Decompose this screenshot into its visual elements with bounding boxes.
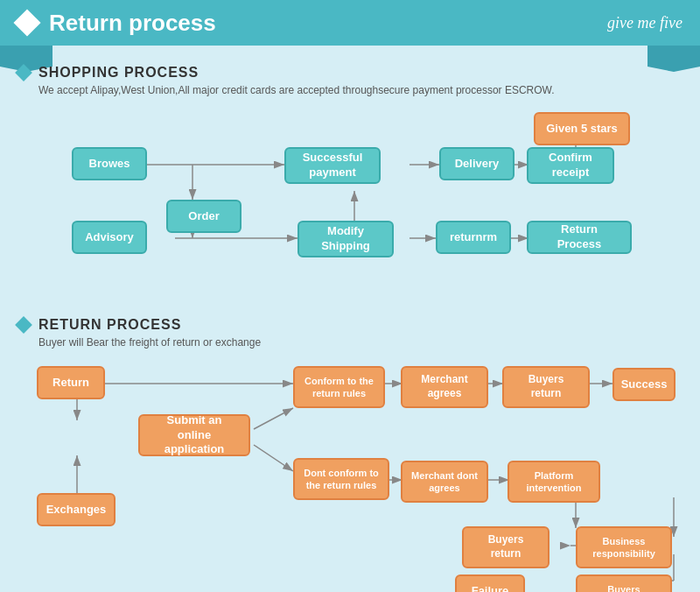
- box-return-process: Return Process: [527, 221, 632, 254]
- return-desc: Buyer will Bear the freight of return or…: [38, 336, 682, 349]
- box-returnrm: returnrm: [436, 221, 511, 254]
- box-return: Return: [37, 366, 105, 399]
- shopping-title: SHOPPING PROCESS: [38, 65, 199, 81]
- return-section-header: RETURN PROCESS: [18, 317, 682, 333]
- shopping-diamond: [15, 64, 32, 81]
- box-merchant-dont: Merchant dont agrees: [401, 461, 488, 503]
- box-failure: Failure: [455, 574, 525, 592]
- return-flow: Return Submit an online application Exch…: [18, 357, 682, 592]
- box-merchant-agrees: Merchant agrees: [401, 366, 488, 408]
- shopping-flow: Given 5 stars Browes Successful payment …: [18, 105, 682, 315]
- page-title: Return process: [49, 10, 216, 37]
- box-exchanges: Exchanges: [37, 493, 116, 526]
- brand-logo: give me five: [607, 14, 682, 32]
- box-order: Order: [166, 200, 242, 233]
- box-conform-return: Conform to the return rules: [293, 366, 385, 408]
- box-delivery: Delivery: [439, 147, 514, 180]
- return-title: RETURN PROCESS: [38, 317, 181, 333]
- box-success: Success: [612, 368, 676, 401]
- box-buyers-resp: Buyers responsibility: [576, 574, 672, 592]
- box-buyers-return2: Buyers return: [462, 526, 550, 568]
- header: Return process give me five: [0, 0, 700, 46]
- box-business-resp: Business responsibility: [576, 526, 672, 568]
- box-dont-conform: Dont conform to the return rules: [293, 458, 389, 500]
- main-content: SHOPPING PROCESS We accept Alipay,West U…: [0, 46, 700, 592]
- box-buyers-return1: Buyers return: [502, 366, 590, 408]
- box-platform: Platform intervention: [508, 461, 600, 503]
- shopping-desc: We accept Alipay,West Union,All major cr…: [38, 84, 682, 96]
- box-given-5-stars: Given 5 stars: [534, 112, 630, 145]
- svg-line-20: [254, 445, 293, 471]
- box-submit: Submit an online application: [138, 414, 250, 456]
- box-modify-shipping: Modify Shipping: [298, 221, 394, 257]
- svg-line-19: [254, 408, 293, 429]
- box-advisory: Advisory: [72, 221, 147, 254]
- header-diamond: [13, 9, 40, 36]
- return-diamond: [15, 316, 32, 334]
- box-browes: Browes: [72, 147, 147, 180]
- shopping-section-header: SHOPPING PROCESS: [18, 65, 682, 81]
- box-successful-payment: Successful payment: [284, 147, 381, 184]
- box-confirm-receipt: Confirm receipt: [527, 147, 614, 184]
